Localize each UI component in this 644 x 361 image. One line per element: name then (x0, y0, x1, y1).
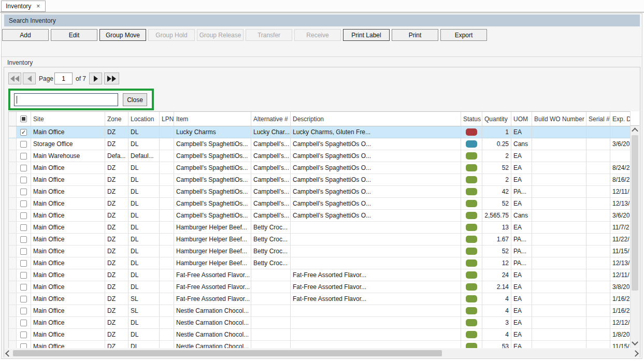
row-checkbox-cell[interactable] (17, 138, 31, 150)
row-checkbox-cell[interactable] (17, 198, 31, 209)
horizontal-scroll-thumb[interactable] (13, 350, 442, 356)
toolbar-button-edit[interactable]: Edit (51, 29, 97, 41)
row-checkbox[interactable] (20, 248, 27, 255)
column-header-uom[interactable]: UOM (511, 112, 532, 126)
table-row[interactable]: Main OfficeDZDLHamburger Helper Beef...B… (9, 222, 630, 234)
table-row[interactable]: Main OfficeDZDLNestle Carnation Chocol..… (9, 341, 630, 348)
column-header-location[interactable]: Location (128, 112, 160, 126)
row-checkbox-cell[interactable] (17, 293, 31, 305)
row-checkbox[interactable] (20, 343, 27, 349)
row-checkbox[interactable] (20, 272, 27, 279)
vertical-scrollbar[interactable] (630, 111, 639, 348)
row-checkbox-cell[interactable] (17, 281, 31, 293)
tab-inventory[interactable]: Inventory × (1, 1, 46, 12)
row-checkbox-cell[interactable] (17, 269, 31, 281)
row-checkbox-cell[interactable] (17, 305, 31, 316)
cell-build-wo (532, 174, 586, 185)
table-row[interactable]: Main OfficeDZDLHamburger Helper Beef...B… (9, 257, 630, 269)
horizontal-scrollbar[interactable] (4, 349, 640, 357)
row-checkbox[interactable] (20, 200, 27, 207)
row-checkbox[interactable] (20, 284, 27, 291)
toolbar-button-group-move[interactable]: Group Move (99, 29, 146, 41)
table-row[interactable]: Main OfficeDZDLCampbell's SpaghettiOs...… (9, 174, 630, 186)
select-all-checkbox[interactable] (20, 115, 27, 122)
vertical-scroll-thumb[interactable] (632, 135, 638, 291)
column-header-description[interactable]: Description (291, 112, 461, 126)
column-header-site[interactable]: Site (31, 112, 105, 126)
table-row[interactable]: Main OfficeDZDLFat-Free Assorted Flavor.… (9, 281, 630, 293)
row-checkbox-cell[interactable] (17, 234, 31, 245)
toolbar-button-export[interactable]: Export (440, 29, 487, 41)
table-row[interactable]: Main OfficeDZDLCampbell's SpaghettiOs...… (9, 162, 630, 174)
toolbar-button-print[interactable]: Print (392, 29, 438, 41)
row-checkbox[interactable]: ✓ (20, 129, 27, 136)
chevron-right-icon (632, 350, 639, 357)
select-all-checkbox-cell[interactable] (17, 112, 31, 126)
scroll-down-button[interactable] (631, 339, 639, 348)
cell-status (461, 210, 482, 221)
cell-item: Fat-Free Assorted Flavor... (174, 281, 251, 293)
table-row[interactable]: Main OfficeDZDLCampbell's SpaghettiOs...… (9, 210, 630, 222)
row-checkbox[interactable] (20, 141, 27, 148)
table-row[interactable]: Main OfficeDZSLFat-Free Assorted Flavor.… (9, 293, 630, 305)
search-close-button[interactable]: Close (123, 93, 147, 106)
tab-close-icon[interactable]: × (36, 3, 40, 9)
column-header-zone[interactable]: Zone (105, 112, 128, 126)
scroll-up-button[interactable] (631, 126, 639, 135)
row-checkbox[interactable] (20, 296, 27, 302)
table-row[interactable]: Main OfficeDZDLNestle Carnation Chocol..… (9, 317, 630, 329)
table-row[interactable]: Main OfficeDZDLHamburger Helper Beef...B… (9, 246, 630, 257)
table-row[interactable]: Storage OfficeDZDLCampbell's SpaghettiOs… (9, 138, 630, 150)
row-checkbox[interactable] (20, 212, 27, 219)
grid-search-input[interactable] (14, 93, 118, 106)
row-checkbox[interactable] (20, 153, 27, 160)
row-checkbox[interactable] (20, 331, 27, 338)
row-checkbox-cell[interactable] (17, 222, 31, 233)
cell-zone: DZ (105, 246, 128, 257)
row-checkbox-cell[interactable] (17, 341, 31, 348)
table-row[interactable]: Main OfficeDZSLNestle Carnation Chocol..… (9, 305, 630, 317)
row-checkbox-cell[interactable] (17, 174, 31, 185)
row-checkbox-cell[interactable] (17, 246, 31, 257)
toolbar-button-add[interactable]: Add (2, 29, 49, 41)
table-row[interactable]: Main OfficeDZDLCampbell's SpaghettiOs...… (9, 198, 630, 210)
column-header-serial[interactable]: Serial # (586, 112, 610, 126)
column-header-alternative[interactable]: Alternative # (251, 112, 291, 126)
row-checkbox-cell[interactable] (17, 162, 31, 174)
row-checkbox-cell[interactable] (17, 150, 31, 162)
column-header-build-wo[interactable]: Build WO Number (532, 112, 586, 126)
table-row[interactable]: Main OfficeDZDLNestle Carnation Chocol..… (9, 329, 630, 341)
row-checkbox[interactable] (20, 236, 27, 243)
row-checkbox[interactable] (20, 308, 27, 314)
column-header-exp-date[interactable]: Exp. D (610, 112, 630, 126)
table-row[interactable]: Main OfficeDZDLHamburger Helper Beef...B… (9, 234, 630, 246)
row-checkbox-cell[interactable] (17, 257, 31, 269)
table-row[interactable]: Main OfficeDZDLCampbell's SpaghettiOs...… (9, 186, 630, 198)
row-checkbox[interactable] (20, 177, 27, 183)
first-page-button[interactable] (8, 73, 21, 84)
row-checkbox-cell[interactable] (17, 317, 31, 328)
row-checkbox[interactable] (20, 189, 27, 195)
scroll-left-button[interactable] (4, 349, 13, 357)
last-page-button[interactable] (104, 73, 119, 84)
next-page-button[interactable] (89, 73, 102, 84)
previous-page-button[interactable] (23, 73, 36, 84)
page-number-input[interactable] (54, 73, 73, 84)
column-header-status[interactable]: Status (461, 112, 482, 126)
row-checkbox[interactable] (20, 165, 27, 171)
column-header-lpn[interactable]: LPN (160, 112, 174, 126)
table-row[interactable]: Main WarehouseDefa...Defaul...Campbell's… (9, 150, 630, 162)
scroll-right-button[interactable] (631, 349, 640, 357)
column-header-item[interactable]: Item (174, 112, 251, 126)
row-checkbox-cell[interactable] (17, 210, 31, 221)
row-checkbox-cell[interactable] (17, 329, 31, 340)
row-checkbox[interactable] (20, 320, 27, 326)
row-checkbox-cell[interactable]: ✓ (17, 126, 31, 138)
row-checkbox[interactable] (20, 260, 27, 267)
table-row[interactable]: ✓Main OfficeDZDLLucky CharmsLucky Char..… (9, 126, 630, 138)
row-checkbox[interactable] (20, 224, 27, 231)
table-row[interactable]: Main OfficeDZDLFat-Free Assorted Flavor.… (9, 269, 630, 281)
row-checkbox-cell[interactable] (17, 186, 31, 197)
toolbar-button-print-label[interactable]: Print Label (343, 29, 390, 41)
column-header-quantity[interactable]: Quantity (482, 112, 511, 126)
